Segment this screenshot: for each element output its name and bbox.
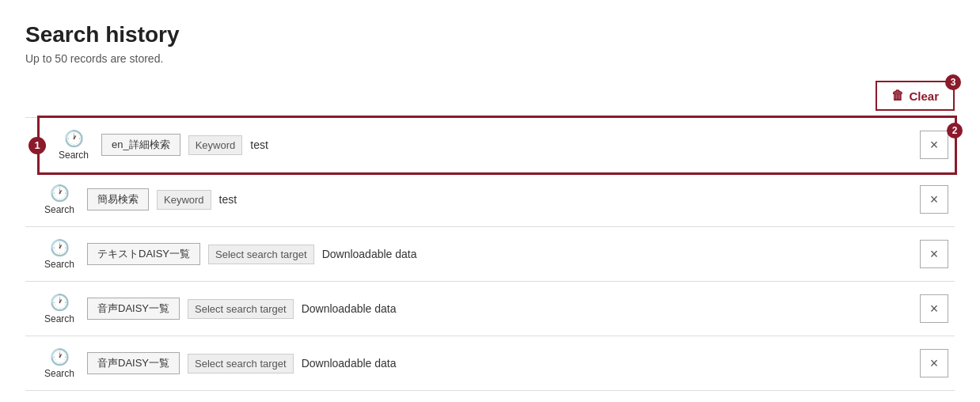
search-label: Search <box>44 368 74 379</box>
search-type-tag: 音声DAISY一覧 <box>87 298 180 320</box>
item-details: 音声DAISY一覧 Select search target Downloada… <box>87 298 920 320</box>
clear-button[interactable]: 🗑 Clear 3 <box>876 81 955 111</box>
clock-icon: 🕐 <box>50 184 70 203</box>
keyword-value: Downloadable data <box>302 357 397 370</box>
search-icon-col: 🕐 Search <box>46 129 101 161</box>
close-btn-container: × 2 <box>920 131 955 159</box>
close-button-4[interactable]: × <box>920 294 948 323</box>
item-details: 音声DAISY一覧 Select search target Downloada… <box>87 352 920 374</box>
search-icon-col: 🕐 Search <box>32 293 87 324</box>
search-type-tag: en_詳細検索 <box>101 134 180 156</box>
clock-icon: 🕐 <box>50 238 70 257</box>
history-item: 🕐 Search 簡易検索 Keyword test × <box>25 173 955 227</box>
search-icon-col: 🕐 Search <box>32 184 87 215</box>
search-label: Search <box>44 259 74 270</box>
clear-badge: 3 <box>945 74 961 90</box>
row-badge-1: 1 <box>28 137 46 154</box>
history-item: 🕐 Search en_詳細検索 Keyword test × 2 <box>40 118 955 173</box>
clear-label: Clear <box>909 89 939 103</box>
item-details: テキストDAISY一覧 Select search target Downloa… <box>87 243 920 265</box>
close-button-1[interactable]: × <box>920 131 948 159</box>
search-type-tag: テキストDAISY一覧 <box>87 243 200 265</box>
close-badge: 2 <box>947 123 963 138</box>
page-title: Search history <box>25 22 955 47</box>
close-button-5[interactable]: × <box>920 349 948 377</box>
search-label: Search <box>59 150 89 161</box>
history-item: 🕐 Search 音声DAISY一覧 Select search target … <box>25 282 955 336</box>
history-item: 🕐 Search テキストDAISY一覧 Select search targe… <box>25 227 955 282</box>
history-list: 1 🕐 Search en_詳細検索 Keyword test × 2 <box>25 117 955 391</box>
select-search-target-label: Select search target <box>188 299 294 319</box>
select-search-target-label: Select search target <box>188 354 294 374</box>
clock-icon: 🕐 <box>64 129 84 148</box>
clock-icon: 🕐 <box>50 347 70 366</box>
history-item: 🕐 Search 音声DAISY一覧 Select search target … <box>25 336 955 391</box>
close-button-3[interactable]: × <box>920 240 948 268</box>
clock-icon: 🕐 <box>50 293 70 312</box>
search-icon-col: 🕐 Search <box>32 238 87 270</box>
keyword-label: Keyword <box>157 190 211 210</box>
close-button-2[interactable]: × <box>920 185 948 214</box>
search-type-tag: 簡易検索 <box>87 188 149 210</box>
search-label: Search <box>44 313 74 324</box>
select-search-target-label: Select search target <box>208 245 314 264</box>
search-label: Search <box>44 204 74 215</box>
keyword-label: Keyword <box>188 135 243 155</box>
search-icon-col: 🕐 Search <box>32 347 87 379</box>
item-details: 簡易検索 Keyword test <box>87 188 920 210</box>
page-subtitle: Up to 50 records are stored. <box>25 52 955 65</box>
keyword-value: Downloadable data <box>302 302 397 315</box>
item-details: en_詳細検索 Keyword test <box>101 134 920 156</box>
keyword-value: test <box>250 138 268 151</box>
keyword-value: Downloadable data <box>322 248 417 260</box>
search-type-tag: 音声DAISY一覧 <box>87 352 180 374</box>
keyword-value: test <box>219 193 237 206</box>
trash-icon: 🗑 <box>891 89 904 103</box>
